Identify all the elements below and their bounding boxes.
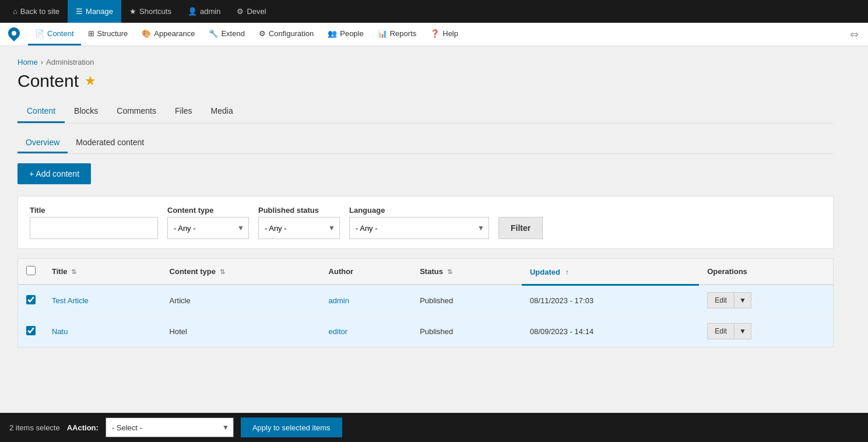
content-type-filter-label: Content type xyxy=(167,206,249,215)
content-type-sort-icon: ⇅ xyxy=(220,268,225,275)
manage-button[interactable]: ☰ Manage xyxy=(68,0,121,23)
row-1-title-link[interactable]: Test Article xyxy=(52,296,89,305)
devel-button[interactable]: ⚙ Devel xyxy=(229,0,274,23)
row-2-author-cell: editor xyxy=(321,316,412,347)
author-column-header: Author xyxy=(321,259,412,285)
extend-nav-icon: 🔧 xyxy=(209,29,218,38)
select-all-checkbox[interactable] xyxy=(26,266,36,275)
page-content: Home › Administration Content ★ Content … xyxy=(0,46,851,359)
language-select-wrap: - Any - ▼ xyxy=(349,217,489,239)
breadcrumb: Home › Administration xyxy=(17,58,834,66)
operations-column-header: Operations xyxy=(699,259,833,285)
row-2-title-cell: Natu xyxy=(44,316,161,347)
tab-files[interactable]: Files xyxy=(166,100,202,123)
add-content-button[interactable]: + Add content xyxy=(17,163,91,184)
status-column-header[interactable]: Status ⇅ xyxy=(412,259,522,285)
nav-help[interactable]: ❓ Help xyxy=(423,23,465,45)
config-nav-icon: ⚙ xyxy=(259,29,266,38)
page-title: Content ★ xyxy=(17,71,834,91)
main-nav: 📄 Content ⊞ Structure 🎨 Appearance 🔧 Ext… xyxy=(0,23,868,46)
language-select[interactable]: - Any - xyxy=(349,217,489,239)
breadcrumb-separator: › xyxy=(41,58,43,66)
row-2-operations-cell: Edit ▼ xyxy=(699,316,833,347)
table-row: Natu Hotel editor Published 08/09/2023 -… xyxy=(18,316,833,347)
row-1-content-type-cell: Article xyxy=(161,285,321,316)
filter-button[interactable]: Filter xyxy=(498,217,543,239)
admin-bar: ⌂ Back to site ☰ Manage ★ Shortcuts 👤 ad… xyxy=(0,0,868,23)
row-1-dropdown-chevron-icon: ▼ xyxy=(739,296,746,304)
title-column-header[interactable]: Title ⇅ xyxy=(44,259,161,285)
row-2-edit-dropdown-button[interactable]: ▼ xyxy=(735,323,751,339)
row-2-edit-button[interactable]: Edit xyxy=(707,323,735,339)
nav-structure[interactable]: ⊞ Structure xyxy=(81,23,135,45)
content-type-select[interactable]: - Any - xyxy=(167,217,249,239)
updated-column-header[interactable]: Updated ↑ xyxy=(522,259,699,285)
row-1-title-cell: Test Article xyxy=(44,285,161,316)
svg-point-0 xyxy=(12,31,16,36)
nav-content[interactable]: 📄 Content xyxy=(28,23,81,45)
nav-collapse-button[interactable]: ⇔ xyxy=(845,28,863,41)
row-2-title-link[interactable]: Natu xyxy=(52,327,68,336)
subtab-overview[interactable]: Overview xyxy=(17,133,68,153)
content-type-column-header[interactable]: Content type ⇅ xyxy=(161,259,321,285)
nav-configuration[interactable]: ⚙ Configuration xyxy=(252,23,321,45)
row-1-status-cell: Published xyxy=(412,285,522,316)
row-2-checkbox-cell xyxy=(18,316,44,347)
title-filter-input[interactable] xyxy=(30,217,158,239)
row-1-checkbox-cell xyxy=(18,285,44,316)
filter-box: Title Content type - Any - ▼ Published s… xyxy=(17,196,834,249)
title-filter-label: Title xyxy=(30,206,158,215)
row-1-edit-dropdown-button[interactable]: ▼ xyxy=(735,292,751,308)
admin-button[interactable]: 👤 admin xyxy=(180,0,229,23)
content-nav-icon: 📄 xyxy=(35,29,44,38)
favorite-star-icon[interactable]: ★ xyxy=(85,73,96,89)
published-status-select[interactable]: - Any - xyxy=(258,217,340,239)
nav-extend[interactable]: 🔧 Extend xyxy=(202,23,251,45)
language-filter-label: Language xyxy=(349,206,489,215)
content-table: Title ⇅ Content type ⇅ Author Status ⇅ xyxy=(17,258,834,348)
updated-sort-asc-icon: ↑ xyxy=(565,268,569,276)
title-sort-icon: ⇅ xyxy=(71,268,76,275)
row-1-edit-button[interactable]: Edit xyxy=(707,292,735,308)
status-sort-icon: ⇅ xyxy=(447,268,452,275)
people-nav-icon: 👥 xyxy=(328,29,337,38)
row-2-content-type-cell: Hotel xyxy=(161,316,321,347)
published-status-filter-label: Published status xyxy=(258,206,340,215)
row-1-author-link[interactable]: admin xyxy=(329,296,349,305)
tab-comments[interactable]: Comments xyxy=(107,100,166,123)
nav-appearance[interactable]: 🎨 Appearance xyxy=(135,23,202,45)
title-filter-field: Title xyxy=(30,206,158,239)
row-2-updated-cell: 08/09/2023 - 14:14 xyxy=(522,316,699,347)
published-status-filter-field: Published status - Any - ▼ xyxy=(258,206,340,239)
row-2-status-cell: Published xyxy=(412,316,522,347)
row-1-checkbox[interactable] xyxy=(26,295,36,304)
row-2-author-link[interactable]: editor xyxy=(329,327,348,336)
site-logo[interactable] xyxy=(5,25,23,44)
shortcuts-button[interactable]: ★ Shortcuts xyxy=(121,0,180,23)
help-nav-icon: ❓ xyxy=(430,29,440,38)
breadcrumb-current: Administration xyxy=(46,58,94,66)
tab-media[interactable]: Media xyxy=(202,100,243,123)
tab-content[interactable]: Content xyxy=(17,100,65,123)
reports-nav-icon: 📊 xyxy=(378,29,387,38)
gear-icon: ⚙ xyxy=(237,7,244,16)
nav-people[interactable]: 👥 People xyxy=(321,23,370,45)
row-1-operations-cell: Edit ▼ xyxy=(699,285,833,316)
table-row: Test Article Article admin Published 08/… xyxy=(18,285,833,316)
row-2-operations: Edit ▼ xyxy=(707,323,825,339)
home-icon: ⌂ xyxy=(13,7,17,16)
back-to-site-button[interactable]: ⌂ Back to site xyxy=(5,0,68,23)
content-tabs: Content Blocks Comments Files Media xyxy=(17,100,834,124)
star-nav-icon: ★ xyxy=(129,7,136,16)
row-1-updated-cell: 08/11/2023 - 17:03 xyxy=(522,285,699,316)
sub-tabs: Overview Moderated content xyxy=(17,133,834,154)
language-filter-field: Language - Any - ▼ xyxy=(349,206,489,239)
table-header-row: Title ⇅ Content type ⇅ Author Status ⇅ xyxy=(18,259,833,285)
tab-blocks[interactable]: Blocks xyxy=(65,100,107,123)
row-2-checkbox[interactable] xyxy=(26,326,36,335)
nav-reports[interactable]: 📊 Reports xyxy=(371,23,424,45)
content-type-filter-field: Content type - Any - ▼ xyxy=(167,206,249,239)
subtab-moderated[interactable]: Moderated content xyxy=(68,133,152,153)
breadcrumb-home[interactable]: Home xyxy=(17,58,38,66)
content-type-select-wrap: - Any - ▼ xyxy=(167,217,249,239)
